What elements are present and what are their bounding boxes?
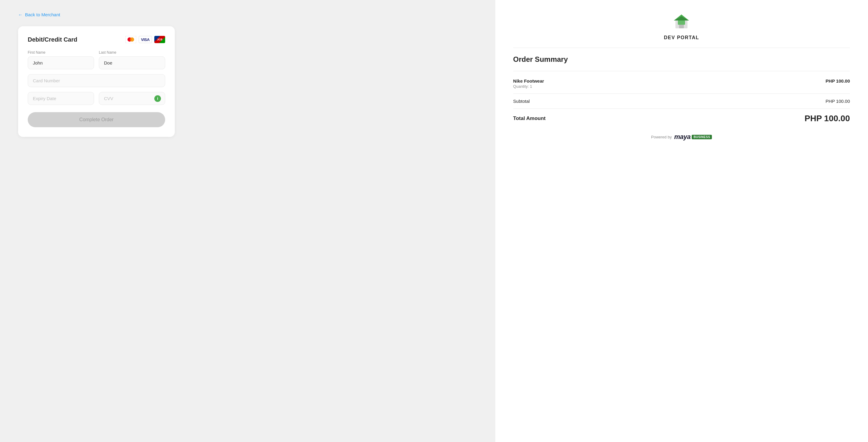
order-item-price: PHP 100.00 — [826, 79, 850, 84]
subtotal-label: Subtotal — [513, 98, 530, 104]
last-name-label: Last Name — [99, 50, 165, 55]
complete-order-button[interactable]: Complete Order — [28, 112, 165, 127]
card-icons: VISA JCB — [125, 36, 165, 43]
svg-marker-6 — [674, 16, 689, 21]
card-number-input[interactable] — [28, 74, 165, 87]
jcb-icon: JCB — [154, 36, 165, 43]
maya-logo: maya BUSINESS — [674, 133, 712, 141]
card-form-title: Debit/Credit Card — [28, 36, 77, 43]
back-to-merchant-link[interactable]: ← Back to Merchant — [18, 12, 477, 17]
last-name-input[interactable] — [99, 56, 165, 69]
name-row: First Name Last Name — [28, 50, 165, 69]
cvv-info-icon[interactable]: i — [154, 95, 161, 102]
cvv-group: i — [99, 92, 165, 105]
business-badge: BUSINESS — [692, 135, 712, 139]
powered-by-text: Powered by — [651, 135, 672, 139]
merchant-name: DEV PORTAL — [664, 35, 699, 40]
back-label: Back to Merchant — [25, 12, 60, 17]
store-icon — [673, 12, 690, 30]
item-divider — [513, 93, 850, 94]
total-label: Total Amount — [513, 116, 546, 121]
order-item: Nike Footwear Quantity: 1 PHP 100.00 — [513, 79, 850, 89]
right-panel: DEV PORTAL Order Summary Nike Footwear Q… — [495, 0, 868, 442]
last-name-group: Last Name — [99, 50, 165, 69]
order-item-qty: Quantity: 1 — [513, 84, 544, 89]
subtotal-row: Subtotal PHP 100.00 — [513, 98, 850, 104]
order-summary-title: Order Summary — [513, 55, 850, 64]
total-value: PHP 100.00 — [804, 114, 850, 123]
expiry-group — [28, 92, 94, 105]
first-name-group: First Name — [28, 50, 94, 69]
expiry-input[interactable] — [28, 92, 94, 105]
order-item-details: Nike Footwear Quantity: 1 — [513, 79, 544, 89]
merchant-logo — [673, 12, 690, 31]
top-divider — [513, 48, 850, 48]
total-row: Total Amount PHP 100.00 — [513, 114, 850, 123]
card-number-row — [28, 74, 165, 87]
first-name-input[interactable] — [28, 56, 94, 69]
subtotal-divider — [513, 109, 850, 109]
card-form: Debit/Credit Card VISA JCB First Name — [18, 26, 175, 137]
left-panel: ← Back to Merchant Debit/Credit Card VIS… — [0, 0, 495, 442]
card-form-header: Debit/Credit Card VISA JCB — [28, 36, 165, 43]
summary-divider — [513, 71, 850, 71]
first-name-label: First Name — [28, 50, 94, 55]
mastercard-icon — [125, 36, 136, 43]
powered-by: Powered by maya BUSINESS — [651, 133, 712, 141]
back-arrow-icon: ← — [18, 12, 23, 17]
maya-text: maya — [674, 133, 690, 141]
visa-icon: VISA — [138, 36, 152, 43]
order-item-name: Nike Footwear — [513, 79, 544, 84]
subtotal-value: PHP 100.00 — [826, 98, 850, 104]
expiry-cvv-row: i — [28, 92, 165, 105]
svg-rect-7 — [678, 21, 685, 25]
